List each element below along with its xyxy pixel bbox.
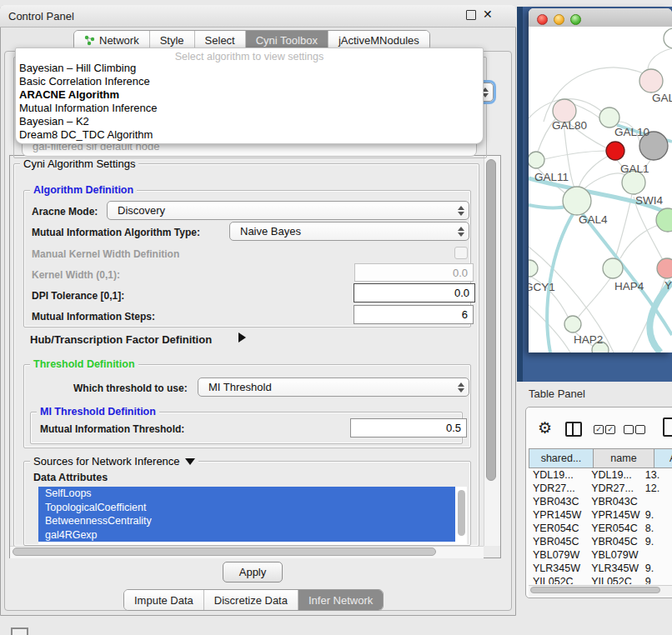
tab-infer-network[interactable]: Infer Network <box>298 590 383 610</box>
manual-kernel-checkbox[interactable] <box>454 247 468 259</box>
algorithm-option[interactable]: Bayesian – Hill Climbing <box>18 62 481 75</box>
table-cell: 13. <box>642 469 672 481</box>
table-row[interactable]: YIL052CYIL052C9 <box>529 575 672 584</box>
gear-icon[interactable]: ⚙ <box>538 418 552 438</box>
network-canvas[interactable]: GALGAL80GAL10GAL11GAL1SWI4GAL4GCY1HAP4YH… <box>529 27 672 352</box>
table-row[interactable]: YBR045CYBR045C9. <box>529 535 672 548</box>
combo-arrows-icon <box>454 227 469 237</box>
window-minimize-button[interactable] <box>554 14 564 25</box>
table-row[interactable]: YDL19...YDL19...13. <box>529 468 672 482</box>
which-threshold-select[interactable]: MI Threshold <box>198 378 469 397</box>
network-edge <box>579 156 609 188</box>
table-cell: 8. <box>642 522 672 534</box>
collapse-down-icon[interactable] <box>185 458 195 465</box>
network-node[interactable] <box>599 108 619 128</box>
apply-button[interactable]: Apply <box>223 562 283 582</box>
desktop-shadow-strip <box>517 7 523 382</box>
mi-steps-field[interactable]: 6 <box>354 305 474 324</box>
hub-definition-label[interactable]: Hub/Transcription Factor Definition <box>30 333 212 346</box>
table-cell: YLR345W <box>587 562 642 574</box>
expand-right-icon[interactable] <box>238 332 246 342</box>
kernel-width-label: Kernel Width (0,1): <box>32 269 120 281</box>
dpi-tolerance-label: DPI Tolerance [0,1]: <box>32 290 124 302</box>
column-header[interactable]: name <box>594 448 654 468</box>
table-cell: YBL079W <box>587 549 642 561</box>
network-node[interactable] <box>606 142 624 160</box>
mi-type-select[interactable]: Naive Bayes <box>229 222 469 241</box>
data-attribute-option[interactable]: TopologicalCoefficient <box>38 501 455 515</box>
close-panel-icon[interactable]: ✕ <box>483 8 493 21</box>
algorithm-option[interactable]: Bayesian – K2 <box>18 115 481 128</box>
network-node-label: GAL11 <box>534 171 569 183</box>
table-row[interactable]: YPR145WYPR145W9. <box>529 508 672 522</box>
network-node[interactable] <box>564 316 581 332</box>
settings-hscrollbar-thumb[interactable] <box>13 548 436 556</box>
table-row[interactable]: YBR043CYBR043C <box>529 495 672 508</box>
network-node-label: GAL10 <box>614 126 649 138</box>
mi-type-label: Mutual Information Algorithm Type: <box>32 227 200 238</box>
dpi-tolerance-value: 0.0 <box>454 287 469 299</box>
columns-icon[interactable] <box>565 422 582 437</box>
network-node-label: GAL80 <box>552 119 587 132</box>
table-row[interactable]: YBL079WYBL079W <box>529 548 672 562</box>
network-edge <box>583 173 625 190</box>
table-panel-title: Table Panel <box>529 388 585 400</box>
network-node[interactable] <box>657 258 672 278</box>
table-cell: YPR145W <box>529 509 587 521</box>
network-window-titlebar[interactable] <box>529 8 672 28</box>
attributes-scrollbar-thumb[interactable] <box>458 490 465 536</box>
table-row[interactable]: YLR345WYLR345W9. <box>529 562 672 575</box>
table-cell: YIL052C <box>587 576 642 584</box>
window-zoom-button[interactable] <box>570 14 581 25</box>
data-attribute-option[interactable]: SelfLoops <box>38 487 455 501</box>
table-cell: YBL079W <box>529 549 587 561</box>
document-icon[interactable] <box>663 418 672 437</box>
table-cell: YDL19... <box>587 469 642 481</box>
network-node[interactable] <box>656 208 672 232</box>
checkbox-unchecked-icon[interactable] <box>635 425 645 434</box>
checkbox-checked-icon[interactable]: ✓ <box>605 425 615 434</box>
checkbox-unchecked-icon[interactable] <box>624 425 634 434</box>
network-node[interactable] <box>639 69 663 92</box>
control-panel-titlebar[interactable]: Control Panel <box>0 5 516 28</box>
network-node[interactable] <box>664 28 672 48</box>
tab-discretize-data[interactable]: Discretize Data <box>204 590 298 610</box>
table-body: YDL19...YDL19...13.YDR27...YDR27...12.YB… <box>529 468 672 584</box>
network-node-label: HAP4 <box>614 280 644 292</box>
dpi-tolerance-field[interactable]: 0.0 <box>354 283 475 302</box>
table-cell: 9. <box>642 536 672 548</box>
network-node[interactable] <box>603 258 623 278</box>
table-row[interactable]: YER054CYER054C8. <box>529 522 672 535</box>
network-node[interactable] <box>529 260 538 277</box>
data-attribute-option[interactable]: BetweennessCentrality <box>38 514 455 528</box>
aracne-mode-value: Discovery <box>108 204 454 217</box>
table-cell: YBR045C <box>529 536 587 548</box>
algorithm-option[interactable]: Mutual Information Inference <box>18 102 481 115</box>
settings-vscrollbar-thumb[interactable] <box>486 159 496 481</box>
column-header[interactable]: shared... <box>529 448 594 468</box>
algorithm-option[interactable]: Basic Correlation Inference <box>18 75 481 88</box>
table-row[interactable]: YDR27...YDR27...12. <box>529 482 672 495</box>
network-node-label: HAP2 <box>574 333 603 346</box>
checkbox-checked-icon[interactable]: ✓ <box>594 425 604 434</box>
aracne-mode-select[interactable]: Discovery <box>107 201 469 220</box>
algorithm-option[interactable]: Dream8 DC_TDC Algorithm <box>18 128 481 142</box>
mi-threshold-field[interactable]: 0.5 <box>350 418 467 438</box>
network-edge <box>579 278 610 317</box>
network-node[interactable] <box>529 152 544 168</box>
table-cell: YDR27... <box>529 482 587 494</box>
kernel-width-value: 0.0 <box>453 267 468 279</box>
data-attributes-list[interactable]: SelfLoopsTopologicalCoefficientBetweenne… <box>38 487 467 544</box>
kernel-width-field[interactable]: 0.0 <box>354 263 474 282</box>
docked-panel-icon[interactable] <box>11 628 28 635</box>
network-node[interactable] <box>563 187 591 215</box>
algorithm-option[interactable]: ARACNE Algorithm <box>18 88 481 102</box>
sources-title[interactable]: Sources for Network Inference <box>30 455 198 468</box>
window-close-button[interactable] <box>537 14 548 25</box>
tab-impute-data[interactable]: Impute Data <box>124 590 204 610</box>
table-hscrollbar-thumb[interactable] <box>530 587 660 593</box>
float-window-icon[interactable] <box>466 10 476 20</box>
data-attribute-option[interactable]: gal4RGexp <box>38 528 455 542</box>
tab-label: Style <box>160 34 184 47</box>
column-header[interactable]: A <box>654 448 672 468</box>
